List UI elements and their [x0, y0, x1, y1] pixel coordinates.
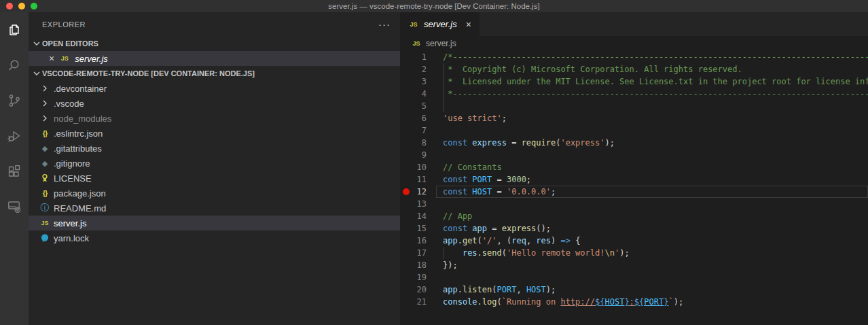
workspace-section-header[interactable]: VSCODE-REMOTE-TRY-NODE [DEV CONTAINER: N…	[29, 66, 400, 81]
tab-server-js[interactable]: JS server.js ×	[400, 12, 480, 36]
code-line[interactable]: 5	[400, 100, 868, 112]
line-number[interactable]: 3	[400, 75, 427, 88]
line-number[interactable]: 10	[400, 161, 427, 173]
line-number[interactable]: 8	[400, 137, 427, 149]
code-line[interactable]: 11const PORT = 3000;	[400, 173, 868, 186]
close-window-button[interactable]	[6, 3, 13, 10]
line-number[interactable]: 2	[400, 63, 427, 75]
file-tree-item[interactable]: node_modules	[29, 111, 400, 126]
line-content: const PORT = 3000;	[427, 173, 531, 186]
line-content: res.send('Hello remote world!\n');	[427, 247, 630, 259]
line-number[interactable]: 11	[400, 173, 427, 186]
line-number[interactable]: 15	[400, 222, 427, 235]
file-tree-item[interactable]: JSserver.js	[29, 216, 400, 230]
code-line[interactable]: 15const app = express();	[400, 222, 868, 235]
line-number[interactable]: 6	[400, 112, 427, 124]
file-tree-item[interactable]: {}package.json	[29, 186, 400, 201]
tab-bar: JS server.js ×	[400, 12, 868, 36]
code-line[interactable]: 18});	[400, 259, 868, 271]
code-line[interactable]: 4 *-------------------------------------…	[400, 88, 868, 100]
code-line[interactable]: 19	[400, 271, 868, 284]
code-line[interactable]: 20app.listen(PORT, HOST);	[400, 284, 868, 296]
breakpoint-indicator[interactable]	[403, 188, 410, 195]
line-content: const express = require('express');	[427, 137, 615, 149]
activity-item-source-control[interactable]	[0, 83, 29, 118]
file-tree-item[interactable]: ◆.gitattributes	[29, 141, 400, 156]
line-content: * Copyright (c) Microsoft Corporation. A…	[427, 63, 742, 75]
code-line[interactable]: 10// Constants	[400, 161, 868, 173]
code-line[interactable]: 1/*-------------------------------------…	[400, 51, 868, 63]
line-number[interactable]: 18	[400, 259, 427, 271]
line-number[interactable]: 19	[400, 271, 427, 284]
line-number[interactable]: 16	[400, 235, 427, 247]
code-line[interactable]: 21console.log(`Running on http://${HOST}…	[400, 296, 868, 308]
code-line[interactable]: 13	[400, 198, 868, 210]
code-line[interactable]: 14// App	[400, 210, 868, 222]
line-number[interactable]: 1	[400, 51, 427, 63]
activity-item-remote-explorer[interactable]	[0, 189, 29, 224]
minimize-window-button[interactable]	[18, 3, 25, 10]
line-content: // App	[427, 210, 472, 222]
code-line[interactable]: 17 res.send('Hello remote world!\n');	[400, 247, 868, 259]
open-editors-list: ×JSserver.js	[29, 51, 400, 66]
code-line[interactable]: 12const HOST = '0.0.0.0';	[400, 186, 868, 198]
js-file-icon: JS	[408, 19, 419, 30]
code-line[interactable]: 8const express = require('express');	[400, 137, 868, 149]
line-content: // Constants	[427, 161, 502, 173]
open-editor-item[interactable]: ×JSserver.js	[29, 51, 400, 66]
line-number[interactable]: 20	[400, 284, 427, 296]
debug-icon	[6, 128, 22, 144]
code-line[interactable]: 16app.get('/', (req, res) => {	[400, 235, 868, 247]
activity-item-search[interactable]	[0, 48, 29, 83]
code-line[interactable]: 7	[400, 124, 868, 137]
file-tree-item[interactable]: .vscode	[29, 96, 400, 111]
file-tree-item[interactable]: ◆.gitignore	[29, 156, 400, 171]
more-actions-icon[interactable]: ···	[378, 21, 391, 28]
editor-group: JS server.js × JS server.js 1/*---------…	[400, 12, 868, 325]
line-number[interactable]: 17	[400, 247, 427, 259]
line-number[interactable]: 4	[400, 88, 427, 100]
file-name: yarn.lock	[54, 233, 89, 243]
line-number[interactable]: 21	[400, 296, 427, 308]
open-editors-header[interactable]: OPEN EDITORS	[29, 36, 400, 51]
activity-item-explorer[interactable]	[0, 12, 29, 48]
chevron-down-icon	[31, 38, 42, 49]
code-line[interactable]: 6'use strict';	[400, 112, 868, 124]
line-content: app.get('/', (req, res) => {	[427, 235, 580, 247]
code-line[interactable]: 3 * Licensed under the MIT License. See …	[400, 75, 868, 88]
line-content	[427, 124, 443, 137]
breadcrumb[interactable]: JS server.js	[400, 36, 868, 51]
file-tree-item[interactable]: ⓘREADME.md	[29, 201, 400, 216]
close-tab-icon[interactable]: ×	[466, 20, 471, 29]
chevron-right-icon	[39, 98, 50, 109]
file-tree: .devcontainer.vscodenode_modules{}.eslin…	[29, 81, 400, 245]
sidebar-header: EXPLORER ···	[29, 12, 400, 36]
activity-item-run-debug[interactable]	[0, 118, 29, 154]
file-tree-item[interactable]: {}.eslintrc.json	[29, 126, 400, 141]
line-number[interactable]: 13	[400, 198, 427, 210]
code-line[interactable]: 2 * Copyright (c) Microsoft Corporation.…	[400, 63, 868, 75]
yarn-file-icon	[39, 233, 50, 243]
file-name: .devcontainer	[54, 84, 107, 94]
zoom-window-button[interactable]	[31, 3, 37, 10]
chevron-right-icon	[39, 83, 50, 94]
json-file-icon: {}	[39, 128, 50, 139]
file-name: .eslintrc.json	[54, 129, 103, 139]
code-line[interactable]: 9	[400, 149, 868, 161]
file-name: server.js	[54, 218, 86, 228]
activity-item-extensions[interactable]	[0, 154, 29, 189]
file-tree-item[interactable]: LICENSE	[29, 171, 400, 186]
line-content	[427, 149, 443, 161]
files-icon	[6, 22, 22, 38]
file-tree-item[interactable]: yarn.lock	[29, 230, 400, 245]
line-number[interactable]: 14	[400, 210, 427, 222]
line-number[interactable]: 5	[400, 100, 427, 112]
line-number[interactable]: 7	[400, 124, 427, 137]
line-number[interactable]: 9	[400, 149, 427, 161]
line-content	[427, 198, 443, 210]
file-tree-item[interactable]: .devcontainer	[29, 81, 400, 96]
line-content: 'use strict';	[427, 112, 507, 124]
open-editor-label: server.js	[75, 54, 108, 64]
git-file-icon: ◆	[39, 143, 50, 154]
close-editor-icon[interactable]: ×	[49, 54, 54, 63]
